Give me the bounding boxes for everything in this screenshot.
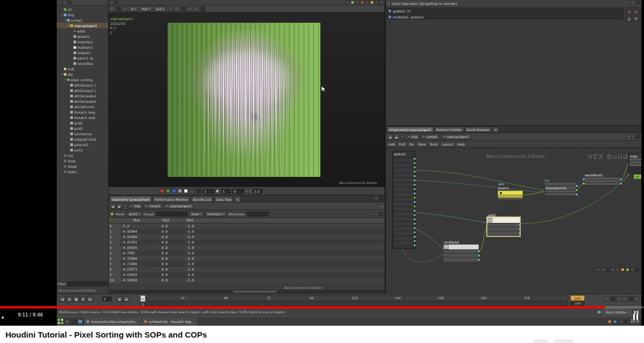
network-tab[interactable]: Material Palette — [434, 127, 464, 133]
viewer-canvas[interactable]: vopcop2gen1 250x250 fr 1 C Non-Commercia… — [109, 12, 385, 187]
table-row[interactable]: 7 -4.71888 0.0 -5.0 — [109, 261, 385, 267]
keyframe-icon[interactable] — [616, 296, 621, 301]
pane-maximize-icon[interactable] — [379, 196, 383, 200]
column-px[interactable]: P[x] — [120, 218, 162, 223]
back-icon[interactable]: ◀ — [110, 203, 116, 209]
breadcrumb-item[interactable]: img — [405, 134, 419, 140]
tree-options-icon[interactable] — [68, 1, 71, 4]
tree-item[interactable]: vectofloa — [57, 61, 108, 66]
tree-item[interactable]: attribfromm — [57, 104, 108, 109]
table-row[interactable]: 5 -4.7992 0.0 -5.0 — [109, 250, 385, 256]
tree-item[interactable]: grid1 — [57, 120, 108, 126]
table-row[interactable]: 0 -5.0 0.0 -5.0 — [109, 223, 385, 229]
table-row[interactable]: 2 -4.91968 0.0 -5.0 — [109, 234, 385, 240]
node-select[interactable]: grid1▾ — [127, 211, 142, 216]
notification-icon[interactable] — [608, 320, 612, 324]
node-vectofloat1[interactable]: vectofloat1 — [584, 177, 621, 186]
search-icon[interactable] — [636, 135, 640, 138]
hamburger-icon[interactable]: ☰ — [387, 2, 391, 5]
node-importpoint1[interactable]: Cd importpoint1 — [544, 183, 576, 196]
tree-item[interactable]: ▾ pixel_sorting — [57, 77, 108, 82]
show-desktop-icon[interactable] — [65, 319, 70, 324]
tree-item[interactable]: multiply1 — [57, 44, 108, 50]
fit-view-icon[interactable] — [181, 6, 186, 11]
tree-item[interactable]: mat — [57, 66, 108, 71]
tree-item[interactable]: ▾ vopcop2gen1 — [57, 23, 108, 28]
tree-item[interactable]: output0 (Out — [57, 136, 108, 142]
luma-channel-icon[interactable] — [184, 189, 188, 193]
realtime-toggle-icon[interactable] — [634, 296, 639, 301]
tree-item[interactable]: luminance — [57, 131, 108, 136]
plane-select[interactable]: C▾ — [129, 6, 138, 11]
terminal-icon[interactable] — [71, 319, 76, 324]
menu-item[interactable]: Layout — [442, 142, 453, 146]
pane-tab[interactable]: Performance Monitor — [152, 196, 191, 202]
tree-item[interactable]: polycut1 — [57, 142, 108, 147]
end-frame-field[interactable]: 240 — [571, 301, 585, 306]
remove-operator-icon[interactable]: ✕ — [633, 9, 639, 15]
operator-down-icon[interactable]: ▼ — [633, 16, 639, 21]
inspect-icon[interactable] — [196, 189, 201, 194]
table-row[interactable]: 10 -4.59839 0.0 -5.0 — [109, 278, 385, 283]
workspace-switcher-icon[interactable] — [58, 319, 63, 324]
red-channel-icon[interactable] — [160, 189, 164, 193]
node-add1-selected[interactable]: add1 + — [487, 217, 520, 236]
lut-field[interactable]: 2.2 — [253, 189, 263, 194]
tile-select[interactable]: 2x2▾ — [154, 6, 167, 11]
output-sockets[interactable] — [478, 250, 480, 261]
resolution-select[interactable]: Full▾ — [140, 6, 152, 11]
node-parm1[interactable]: geo parm1 — [498, 190, 523, 200]
tree-item[interactable]: attribcreate1 — [57, 93, 108, 98]
input-operator-item[interactable]: global1: IX — [387, 8, 623, 14]
breadcrumb-item[interactable]: comp1 — [420, 134, 439, 140]
chevron-down-icon[interactable]: ▾ — [628, 135, 630, 138]
node-global1[interactable]: global1 — [392, 151, 415, 249]
tree-collapse-icon[interactable] — [63, 1, 66, 4]
step-back-icon[interactable]: ◀| — [116, 296, 123, 302]
input-operator-item[interactable]: multiply1: product — [387, 14, 623, 19]
output-sockets[interactable] — [620, 179, 622, 184]
tree-item[interactable]: attribcreate2 — [57, 98, 108, 104]
menu-item[interactable]: Edit — [399, 142, 405, 146]
tree-item[interactable]: grid2 — [57, 126, 108, 131]
lock-icon[interactable] — [631, 135, 635, 138]
volume-icon[interactable] — [619, 320, 622, 324]
pane-tab[interactable]: Bundle List — [191, 196, 213, 202]
panel-menu-icon[interactable] — [380, 1, 384, 4]
zoom-out-icon[interactable] — [175, 6, 179, 11]
stop-icon[interactable]: ■ — [73, 296, 79, 302]
play-reverse-icon[interactable]: ◀ — [66, 296, 72, 302]
play-icon[interactable]: ▶ — [80, 296, 86, 302]
audio-icon[interactable] — [622, 296, 627, 301]
node-output[interactable]: outp — [628, 153, 641, 174]
frame-range-box[interactable]: 240 240 — [571, 295, 585, 306]
battery-icon[interactable] — [624, 320, 628, 324]
blue-channel-icon[interactable] — [172, 189, 176, 193]
roto-icon[interactable] — [116, 6, 121, 11]
end-frame-display[interactable]: 240 — [571, 295, 585, 301]
view-dropdown[interactable]: View▾ — [189, 211, 204, 216]
video-title[interactable]: Houdini Tutorial - Pixel Sorting with SO… — [5, 330, 207, 339]
tree-item[interactable]: foreach_end — [57, 115, 108, 120]
gamma-half-icon[interactable]: ◐ — [216, 189, 219, 193]
pan-tool-icon[interactable] — [115, 1, 118, 4]
taskbar-window-button[interactable]: untitled.hip - Houdini App... — [142, 318, 197, 325]
horizontal-scrollbar[interactable] — [110, 290, 384, 293]
scrollbar-thumb[interactable] — [233, 291, 277, 293]
tree-item[interactable]: attribcopy1 ( — [57, 82, 108, 88]
settings-icon[interactable] — [194, 6, 199, 11]
clock[interactable]: 22:5 — [629, 319, 640, 324]
mask-icon[interactable] — [123, 6, 128, 11]
goto-end-icon[interactable]: ▶| — [87, 296, 93, 302]
green-channel-icon[interactable] — [166, 189, 170, 193]
flipbook-icon[interactable] — [351, 1, 354, 4]
options-icon[interactable] — [379, 212, 383, 216]
table-row[interactable]: 9 -4.63855 0.0 -5.0 — [109, 272, 385, 278]
filter-input[interactable] — [67, 281, 108, 286]
tree-item[interactable]: sort1 — [57, 147, 108, 153]
pane-float-icon[interactable] — [631, 1, 635, 4]
current-frame-field[interactable]: 1 — [102, 296, 112, 301]
tree-item[interactable]: out — [57, 153, 108, 158]
palette-icon[interactable] — [621, 268, 625, 272]
column-pz[interactable]: P[z] — [186, 218, 216, 223]
